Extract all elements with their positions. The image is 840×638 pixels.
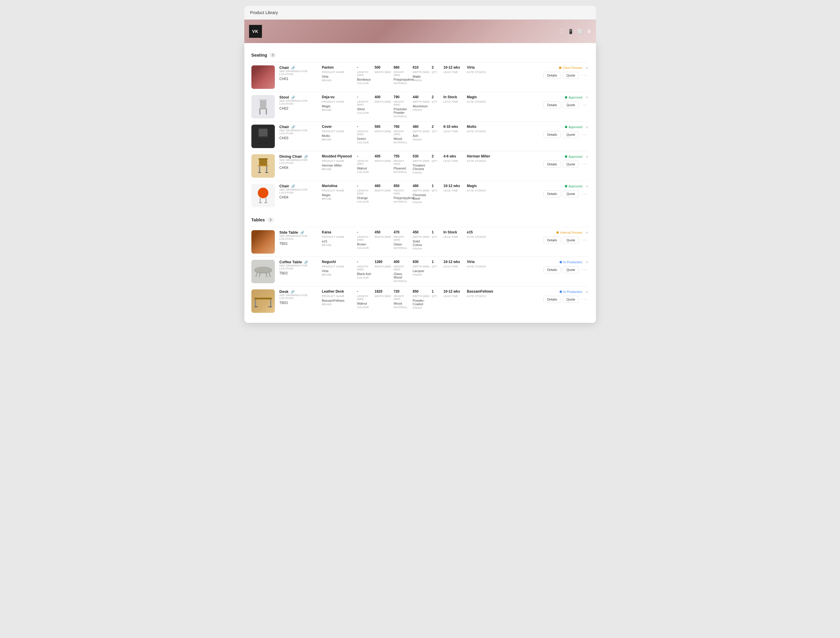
desktop-icon[interactable]: 🖥 <box>587 29 591 34</box>
col-actions-ch02: Approved + Details Quote ··· <box>542 95 589 108</box>
tablet-icon[interactable]: ⬜ <box>577 29 583 34</box>
item-code: CH02 <box>279 106 320 111</box>
link-icon[interactable]: 🔗 <box>291 125 295 129</box>
mobile-icon[interactable]: 📱 <box>568 29 574 34</box>
details-button[interactable]: Details <box>543 296 561 303</box>
status-badge: Approved <box>563 95 584 100</box>
more-button[interactable]: ··· <box>581 102 589 108</box>
window-title: Product Library <box>250 10 278 15</box>
link-icon[interactable]: 🔗 <box>291 184 295 188</box>
details-button[interactable]: Details <box>543 101 561 108</box>
product-main-ch03: Chair 🔗 SEE DRAWINGS FOR LOCATION CH03 C… <box>279 125 589 148</box>
col-lead-ch01: 10-12 wks LEAD TIME <box>444 65 467 74</box>
svg-rect-7 <box>258 137 268 138</box>
banner-controls[interactable]: ⛶ 📱 ⬜ 🖥 <box>560 29 591 34</box>
svg-rect-17 <box>258 172 261 173</box>
product-main-tb01: Side Table 🔗 SEE DRAWINGS FOR LOCATION T… <box>279 230 589 253</box>
quote-button[interactable]: Quote <box>562 72 579 79</box>
svg-rect-13 <box>259 160 267 165</box>
details-button[interactable]: Details <box>543 161 561 168</box>
product-main-ch04-dining: Dining Chair 🔗 SEE DRAWINGS FOR LOCATION… <box>279 154 589 178</box>
status-row: Approved + <box>563 154 589 159</box>
quote-button[interactable]: Quote <box>562 237 579 244</box>
product-main-ch02: Stool 🔗 SEE DRAWINGS FOR LOCATION CH02 D… <box>279 95 589 119</box>
add-status-icon[interactable]: + <box>585 184 589 188</box>
link-icon[interactable]: 🔗 <box>304 155 308 158</box>
action-buttons: Details Quote ··· <box>543 72 589 79</box>
details-button[interactable]: Details <box>543 266 561 273</box>
logo-box: VK <box>249 25 262 38</box>
status-row: In Production + <box>558 260 589 264</box>
more-button[interactable]: ··· <box>581 73 589 78</box>
svg-rect-32 <box>255 299 256 307</box>
table-row: Coffee Table 🔗 SEE DRAWINGS FOR LOCATION… <box>251 256 589 286</box>
col-length-ch01: - LENGTH (MM) Bordeaux COLOUR <box>357 65 375 85</box>
status-row: Approved + <box>563 95 589 100</box>
status-badge: In Production <box>558 260 584 264</box>
svg-line-26 <box>256 273 257 277</box>
details-button[interactable]: Details <box>543 237 561 244</box>
item-sublabel: SEE DRAWINGS FOR LOCATION <box>279 100 320 105</box>
product-image-tb03 <box>251 290 275 313</box>
add-status-icon[interactable]: + <box>585 65 589 70</box>
item-type: Chair 🔗 <box>279 65 320 70</box>
link-icon[interactable]: 🔗 <box>300 231 305 234</box>
svg-rect-3 <box>259 109 261 115</box>
col-lead-ch02: In Stock LEAD TIME <box>444 95 467 103</box>
svg-rect-23 <box>264 202 267 203</box>
svg-point-19 <box>258 188 268 198</box>
svg-rect-11 <box>265 143 268 144</box>
cell-material: Polypropylene <box>394 78 411 81</box>
add-status-icon[interactable]: + <box>585 230 589 235</box>
status-badge: Client Review <box>557 65 584 70</box>
link-icon[interactable]: 🔗 <box>291 66 295 70</box>
quote-button[interactable]: Quote <box>562 131 579 138</box>
link-icon[interactable]: 🔗 <box>291 290 295 294</box>
add-status-icon[interactable]: + <box>585 154 589 159</box>
add-status-icon[interactable]: + <box>585 95 589 100</box>
cell-product-name: Deja-vu <box>322 95 355 100</box>
cell-length: - <box>357 65 373 70</box>
more-button[interactable]: ··· <box>581 191 589 196</box>
status-row: Approved + <box>563 184 589 188</box>
svg-line-29 <box>266 273 267 277</box>
table-row: Desk 🔗 SEE DRAWINGS FOR LOCATION TB03 Le… <box>251 286 589 316</box>
link-icon[interactable]: 🔗 <box>304 260 308 264</box>
status-row: Client Review + <box>557 65 589 70</box>
link-icon[interactable]: 🔗 <box>291 96 295 100</box>
add-status-icon[interactable]: + <box>585 260 589 264</box>
product-image-ch02 <box>251 95 275 119</box>
add-status-icon[interactable]: + <box>585 290 589 294</box>
status-badge: Approved <box>563 154 584 159</box>
more-button[interactable]: ··· <box>581 161 589 167</box>
quote-button[interactable]: Quote <box>562 296 579 303</box>
cell-width: 500 <box>375 65 392 70</box>
quote-button[interactable]: Quote <box>562 101 579 108</box>
cell-colour: Bordeaux <box>357 78 373 81</box>
quote-button[interactable]: Quote <box>562 266 579 273</box>
more-button[interactable]: ··· <box>581 132 589 137</box>
svg-rect-0 <box>259 100 267 100</box>
more-button[interactable]: ··· <box>581 297 589 302</box>
quote-button[interactable]: Quote <box>562 190 579 197</box>
product-image-tb02 <box>251 260 275 283</box>
svg-rect-6 <box>259 129 267 136</box>
details-button[interactable]: Details <box>543 72 561 79</box>
quote-button[interactable]: Quote <box>562 161 579 168</box>
col-actions-ch01: Client Review + Details Quote ··· <box>542 65 589 79</box>
section-seating: Seating 5 Chair 🔗 SEE DRAWINGS FOR LOCAT… <box>251 52 589 210</box>
details-button[interactable]: Details <box>543 131 561 138</box>
col-width-ch02: 400 WIDTH (MM) <box>375 95 394 103</box>
svg-point-25 <box>254 267 272 273</box>
cell-colour: Silver <box>357 107 373 111</box>
more-button[interactable]: ··· <box>581 237 589 243</box>
details-button[interactable]: Details <box>543 190 561 197</box>
top-banner: VK ⛶ 📱 ⬜ 🖥 <box>244 20 596 43</box>
item-type: Stool 🔗 <box>279 95 320 100</box>
col-width-ch01: 500 WIDTH (MM) <box>375 65 394 74</box>
svg-rect-22 <box>259 202 262 203</box>
more-button[interactable]: ··· <box>581 267 589 272</box>
add-status-icon[interactable]: + <box>585 125 589 129</box>
svg-line-28 <box>259 273 260 277</box>
crop-icon[interactable]: ⛶ <box>560 29 564 34</box>
